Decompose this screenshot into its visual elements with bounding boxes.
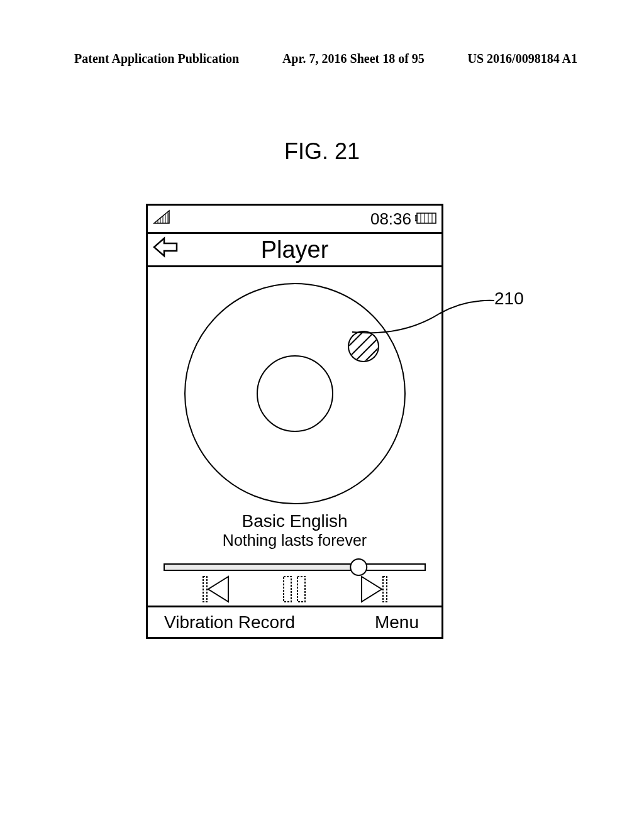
next-button[interactable]	[359, 575, 388, 606]
svg-rect-19	[203, 577, 207, 602]
vibration-record-button[interactable]: Vibration Record	[164, 612, 295, 633]
menu-button[interactable]: Menu	[375, 612, 419, 633]
svg-rect-7	[415, 216, 417, 221]
disc-graphic	[184, 283, 406, 504]
svg-marker-23	[362, 577, 382, 602]
svg-point-18	[350, 559, 367, 575]
svg-rect-24	[383, 577, 387, 602]
disc-marker-icon[interactable]	[348, 331, 379, 362]
svg-rect-22	[297, 577, 305, 602]
svg-rect-21	[284, 577, 291, 602]
status-time: 08:36	[370, 209, 411, 229]
svg-line-15	[363, 346, 379, 362]
track-title: Basic English	[148, 511, 441, 531]
progress-slider[interactable]	[163, 558, 426, 577]
header-publication: Patent Application Publication	[74, 52, 239, 66]
header-sheet: Apr. 7, 2016 Sheet 18 of 95	[282, 52, 425, 66]
signal-icon	[153, 209, 170, 229]
device-frame: 08:36 Player	[146, 204, 443, 639]
pause-button[interactable]	[281, 575, 309, 606]
title-bar: Player	[148, 232, 441, 267]
bottom-bar: Vibration Record Menu	[148, 606, 441, 637]
callout-ref: 210	[494, 289, 524, 309]
svg-marker-20	[208, 577, 228, 602]
header-pubnum: US 2016/0098184 A1	[468, 52, 577, 66]
svg-rect-6	[417, 213, 436, 223]
svg-line-12	[349, 332, 374, 357]
battery-icon	[415, 209, 438, 229]
status-bar: 08:36	[148, 206, 441, 232]
svg-rect-17	[164, 564, 358, 570]
player-area: Basic English Nothing lasts forever	[148, 267, 441, 606]
screen-title: Player	[148, 236, 441, 263]
disc-center	[257, 355, 333, 432]
figure-label: FIG. 21	[0, 138, 644, 165]
back-arrow-icon[interactable]	[152, 236, 179, 264]
previous-button[interactable]	[202, 575, 231, 606]
track-subtitle: Nothing lasts forever	[148, 531, 441, 550]
page-header: Patent Application Publication Apr. 7, 2…	[74, 52, 577, 66]
svg-marker-0	[154, 211, 169, 223]
track-info: Basic English Nothing lasts forever	[148, 511, 441, 550]
svg-line-14	[349, 332, 363, 346]
playback-controls	[148, 575, 441, 606]
